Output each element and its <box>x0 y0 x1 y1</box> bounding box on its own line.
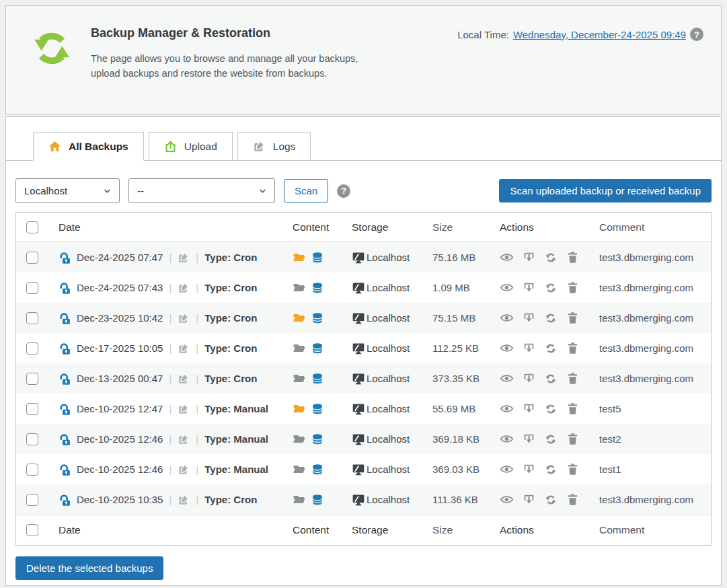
view-icon[interactable] <box>500 281 514 295</box>
download-icon[interactable] <box>523 342 535 355</box>
row-checkbox[interactable] <box>26 252 38 264</box>
edit-comment-icon[interactable] <box>178 494 190 506</box>
edit-comment-icon[interactable] <box>178 312 190 324</box>
local-time-link[interactable]: Wednesday, December-24-2025 09:49 <box>513 29 686 40</box>
scan-button[interactable]: Scan <box>284 179 328 203</box>
folder-icon[interactable] <box>293 251 305 264</box>
download-icon[interactable] <box>523 372 535 385</box>
view-icon[interactable] <box>500 371 514 385</box>
delete-icon[interactable] <box>566 493 579 506</box>
storage-name: Localhost <box>367 282 410 293</box>
folder-icon[interactable] <box>293 372 305 385</box>
tab-upload[interactable]: Upload <box>149 132 233 161</box>
edit-comment-icon[interactable] <box>178 403 190 415</box>
tab-label: Logs <box>273 141 296 153</box>
delete-icon[interactable] <box>566 433 579 445</box>
storage-name: Localhost <box>367 403 410 414</box>
tab-bar: All Backups Upload Logs <box>6 117 721 161</box>
table-row: Dec-10-2025 12:46 | | Type: Manual <box>16 454 711 484</box>
download-icon[interactable] <box>523 433 535 445</box>
delete-icon[interactable] <box>566 372 579 385</box>
folder-icon[interactable] <box>293 281 305 294</box>
database-icon[interactable] <box>311 433 323 445</box>
restore-icon[interactable] <box>544 372 558 385</box>
unlock-icon <box>59 494 71 506</box>
restore-icon[interactable] <box>544 251 558 264</box>
select-all-checkbox[interactable] <box>26 221 38 233</box>
view-icon[interactable] <box>500 432 514 446</box>
select-all-checkbox[interactable] <box>26 524 38 536</box>
folder-icon[interactable] <box>293 463 305 476</box>
restore-icon[interactable] <box>544 281 558 295</box>
view-icon[interactable] <box>500 402 514 416</box>
scan-help-icon[interactable]: ? <box>337 184 350 198</box>
database-icon[interactable] <box>311 494 323 506</box>
view-icon[interactable] <box>500 341 514 355</box>
download-icon[interactable] <box>523 402 535 415</box>
database-icon[interactable] <box>311 252 323 264</box>
row-checkbox[interactable] <box>26 403 38 415</box>
view-icon[interactable] <box>500 311 514 325</box>
delete-icon[interactable] <box>566 342 579 355</box>
restore-icon[interactable] <box>544 463 558 476</box>
row-checkbox[interactable] <box>26 464 38 476</box>
tab-all-backups[interactable]: All Backups <box>33 132 144 161</box>
delete-icon[interactable] <box>566 281 579 294</box>
folder-icon[interactable] <box>293 311 305 324</box>
tab-logs[interactable]: Logs <box>237 132 311 161</box>
view-icon[interactable] <box>500 492 514 507</box>
delete-icon[interactable] <box>566 402 579 415</box>
restore-icon[interactable] <box>544 433 558 446</box>
database-icon[interactable] <box>311 312 323 324</box>
backup-select-value: -- <box>137 185 258 196</box>
download-icon[interactable] <box>523 251 535 264</box>
download-icon[interactable] <box>523 463 535 476</box>
download-icon[interactable] <box>523 281 535 294</box>
restore-icon[interactable] <box>544 493 558 507</box>
row-checkbox[interactable] <box>26 373 38 385</box>
row-checkbox[interactable] <box>26 342 38 355</box>
row-checkbox[interactable] <box>26 494 38 506</box>
row-checkbox[interactable] <box>26 312 38 324</box>
folder-icon[interactable] <box>293 342 305 355</box>
edit-comment-icon[interactable] <box>178 342 190 355</box>
scan-uploaded-button[interactable]: Scan uploaded backup or received backup <box>499 179 712 203</box>
edit-comment-icon[interactable] <box>178 464 190 476</box>
backup-type: Type: Cron <box>204 282 257 293</box>
edit-comment-icon[interactable] <box>178 252 190 264</box>
backup-date: Dec-10-2025 12:46 <box>77 464 163 475</box>
storage-select[interactable]: Localhost <box>15 178 120 203</box>
restore-icon[interactable] <box>544 311 558 325</box>
view-icon[interactable] <box>500 462 514 476</box>
localhost-monitor-icon <box>352 281 365 295</box>
database-icon[interactable] <box>311 373 323 385</box>
backup-select[interactable]: -- <box>128 178 275 203</box>
backup-type: Type: Cron <box>204 373 257 384</box>
backup-date: Dec-17-2025 10:05 <box>77 342 163 354</box>
download-icon[interactable] <box>523 493 535 506</box>
delete-icon[interactable] <box>566 463 579 476</box>
database-icon[interactable] <box>311 342 323 355</box>
tab-label: Upload <box>184 141 217 153</box>
edit-comment-icon[interactable] <box>178 433 190 445</box>
local-time-help-icon[interactable]: ? <box>690 28 703 41</box>
backup-type: Type: Cron <box>204 494 257 505</box>
edit-comment-icon[interactable] <box>178 282 190 294</box>
row-checkbox[interactable] <box>26 282 38 294</box>
delete-icon[interactable] <box>566 251 579 264</box>
database-icon[interactable] <box>311 403 323 415</box>
folder-icon[interactable] <box>293 493 305 506</box>
delete-selected-button[interactable]: Delete the selected backups <box>15 556 163 580</box>
database-icon[interactable] <box>311 282 323 294</box>
restore-icon[interactable] <box>544 342 558 355</box>
folder-icon[interactable] <box>293 433 305 445</box>
edit-comment-icon[interactable] <box>178 373 190 385</box>
folder-icon[interactable] <box>293 402 305 415</box>
backup-size: 75.16 MB <box>430 252 497 263</box>
download-icon[interactable] <box>523 311 535 324</box>
restore-icon[interactable] <box>544 402 558 416</box>
delete-icon[interactable] <box>566 311 579 324</box>
row-checkbox[interactable] <box>26 433 38 445</box>
database-icon[interactable] <box>311 464 323 476</box>
view-icon[interactable] <box>500 250 514 264</box>
